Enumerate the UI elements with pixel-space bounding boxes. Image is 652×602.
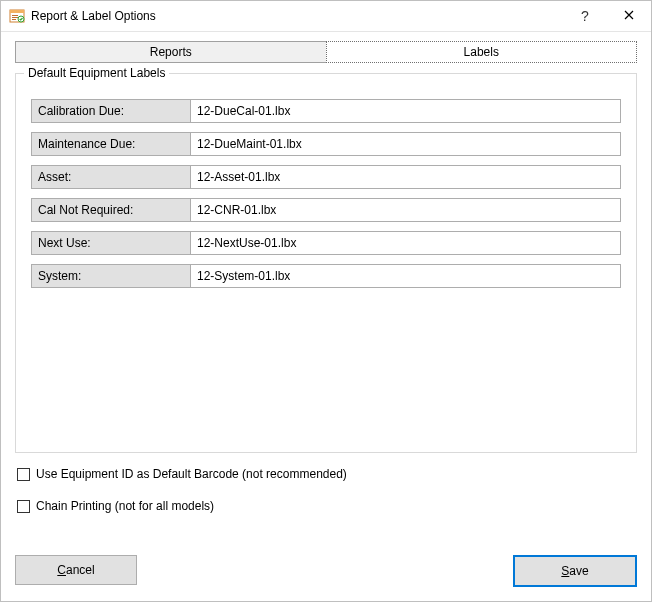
row-system: System: 12-System-01.lbx [31,264,621,288]
dialog-buttons: Cancel Save [15,555,637,587]
window-title: Report & Label Options [31,9,156,23]
svg-rect-2 [12,15,18,16]
field-label: Asset: [31,165,191,189]
field-value[interactable]: 12-System-01.lbx [191,264,621,288]
checkbox-chain-printing[interactable]: Chain Printing (not for all models) [17,499,635,513]
cancel-button[interactable]: Cancel [15,555,137,585]
tab-strip: Reports Labels [15,41,637,63]
row-maintenance-due: Maintenance Due: 12-DueMaint-01.lbx [31,132,621,156]
field-value[interactable]: 12-NextUse-01.lbx [191,231,621,255]
checkbox-box-icon [17,500,30,513]
checkbox-box-icon [17,468,30,481]
field-value[interactable]: 12-CNR-01.lbx [191,198,621,222]
field-value[interactable]: 12-Asset-01.lbx [191,165,621,189]
row-calibration-due: Calibration Due: 12-DueCal-01.lbx [31,99,621,123]
field-label: Next Use: [31,231,191,255]
client-area: Reports Labels Default Equipment Labels … [1,31,651,601]
field-value[interactable]: 12-DueMaint-01.lbx [191,132,621,156]
close-icon [624,9,634,23]
field-label: Maintenance Due: [31,132,191,156]
field-value[interactable]: 12-DueCal-01.lbx [191,99,621,123]
tab-label: Labels [464,45,499,59]
tab-reports[interactable]: Reports [15,41,327,63]
help-icon: ? [581,8,589,24]
save-button[interactable]: Save [513,555,637,587]
default-equipment-labels-group: Default Equipment Labels Calibration Due… [15,73,637,453]
row-asset: Asset: 12-Asset-01.lbx [31,165,621,189]
tab-labels[interactable]: Labels [326,41,638,63]
field-label: Cal Not Required: [31,198,191,222]
close-button[interactable] [607,1,651,31]
button-label: Cancel [57,563,94,577]
checkbox-label: Chain Printing (not for all models) [36,499,214,513]
field-label: Calibration Due: [31,99,191,123]
checkbox-label: Use Equipment ID as Default Barcode (not… [36,467,347,481]
row-cal-not-required: Cal Not Required: 12-CNR-01.lbx [31,198,621,222]
field-label: System: [31,264,191,288]
svg-rect-4 [12,19,16,20]
app-icon [9,8,25,24]
title-bar: Report & Label Options ? [1,1,651,32]
dialog-window: Report & Label Options ? Reports Labels … [0,0,652,602]
tab-label: Reports [150,45,192,59]
row-next-use: Next Use: 12-NextUse-01.lbx [31,231,621,255]
help-button[interactable]: ? [563,1,607,31]
button-label: Save [561,564,588,578]
checkbox-use-equipment-id[interactable]: Use Equipment ID as Default Barcode (not… [17,467,635,481]
group-legend: Default Equipment Labels [24,66,169,80]
checkbox-area: Use Equipment ID as Default Barcode (not… [15,467,637,513]
svg-rect-1 [10,10,24,13]
svg-rect-3 [12,17,18,18]
